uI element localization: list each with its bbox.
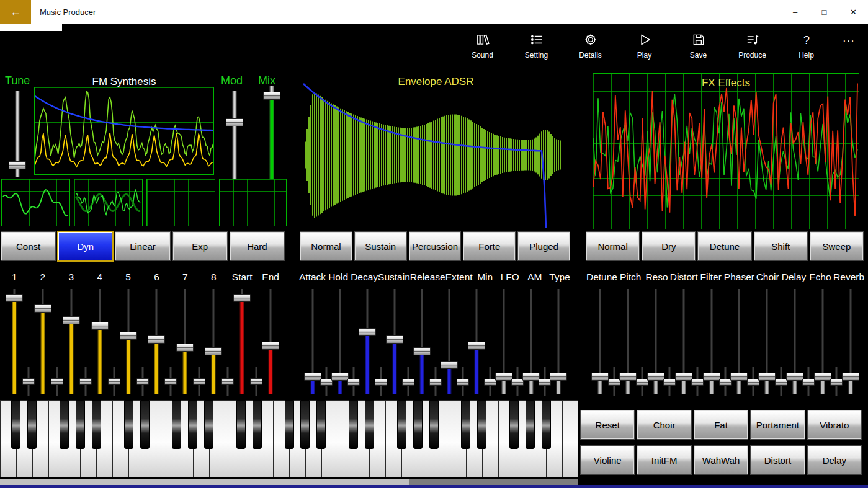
fx-slider-reverb[interactable] (841, 289, 861, 394)
back-button[interactable]: ← (0, 0, 31, 24)
adsr-slider-col (436, 289, 463, 396)
slider-thumb[interactable] (842, 373, 859, 381)
fx-mode-shift-button[interactable]: Shift (754, 232, 807, 260)
adsr-slider-type[interactable] (548, 289, 568, 394)
black-key[interactable] (188, 400, 197, 449)
adsr-env-percussion-button[interactable]: Percussion (409, 232, 461, 260)
slider-thumb[interactable] (176, 344, 194, 352)
black-key[interactable] (11, 400, 20, 449)
maximize-button[interactable]: □ (810, 0, 839, 24)
mod-slider[interactable] (225, 91, 244, 181)
toolbar-help-button[interactable]: ?Help (779, 25, 833, 60)
black-key[interactable] (542, 400, 551, 449)
adsr-env-forte-button[interactable]: Forte (463, 232, 515, 260)
white-key[interactable] (562, 400, 578, 477)
minimize-button[interactable]: – (781, 0, 810, 24)
fx-mode-normal-button[interactable]: Normal (586, 232, 639, 260)
window-controls: – □ ✕ (781, 0, 868, 24)
black-key[interactable] (124, 400, 133, 449)
black-key[interactable] (204, 400, 213, 449)
black-key[interactable] (285, 400, 294, 449)
preset-choir-button[interactable]: Choir (637, 410, 691, 439)
adsr-env-normal-button[interactable]: Normal (300, 232, 352, 260)
fm-slider-end[interactable] (261, 289, 280, 394)
toolbar-item-label: Help (799, 51, 814, 60)
black-key[interactable] (140, 400, 150, 449)
slider-thumb[interactable] (262, 342, 279, 350)
fm-mode-linear-button[interactable]: Linear (115, 232, 169, 260)
slider-thumb[interactable] (413, 347, 431, 355)
black-key[interactable] (397, 400, 406, 449)
slider-thumb[interactable] (9, 161, 26, 169)
preset-violine-button[interactable]: Violine (581, 446, 634, 474)
fm-mode-dyn-button[interactable]: Dyn (58, 232, 112, 260)
black-key[interactable] (413, 400, 423, 449)
black-key[interactable] (76, 400, 85, 449)
fx-mode-detune-button[interactable]: Detune (698, 232, 751, 260)
black-key[interactable] (316, 400, 326, 449)
black-key[interactable] (92, 400, 101, 449)
black-key[interactable] (172, 400, 181, 449)
black-key[interactable] (300, 400, 310, 449)
preset-reset-button[interactable]: Reset (581, 410, 634, 439)
preset-portament-button[interactable]: Portament (751, 410, 804, 439)
toolbar-produce-button[interactable]: Produce (725, 25, 779, 60)
toolbar-play-button[interactable]: Play (617, 25, 671, 60)
black-key[interactable] (461, 400, 470, 449)
slider-thumb[interactable] (148, 335, 165, 344)
fm-mode-const-button[interactable]: Const (1, 232, 55, 260)
black-key[interactable] (477, 400, 486, 449)
slider-thumb[interactable] (550, 373, 567, 381)
fm-mode-hard-button[interactable]: Hard (230, 232, 284, 260)
black-key[interactable] (526, 400, 535, 449)
fx-slider-col (697, 289, 725, 396)
preset-wahwah-button[interactable]: WahWah (694, 446, 748, 474)
black-key[interactable] (253, 400, 262, 449)
toolbar-items: SoundSettingDetailsPlaySaveProduce?Help (455, 25, 833, 60)
slider-thumb[interactable] (359, 328, 376, 336)
fm-label-3: 3 (57, 272, 86, 283)
preset-delay-button[interactable]: Delay (808, 446, 861, 474)
black-key[interactable] (27, 400, 37, 449)
adsr-env-buttons: NormalSustainPercussionFortePluged (300, 232, 570, 260)
fx-label-delay: Delay (781, 272, 807, 283)
keyboard-scrollbar-thumb[interactable] (0, 479, 409, 485)
black-key[interactable] (236, 400, 246, 449)
fx-mode-sweep-button[interactable]: Sweep (810, 232, 863, 260)
tune-slider[interactable] (7, 91, 27, 177)
black-key[interactable] (509, 400, 519, 449)
toolbar-sound-button[interactable]: Sound (455, 25, 509, 60)
toolbar-details-button[interactable]: Details (563, 25, 617, 60)
preset-vibrato-button[interactable]: Vibrato (808, 410, 861, 439)
mix-slider[interactable] (262, 86, 282, 181)
slider-thumb[interactable] (34, 304, 51, 313)
toolbar-save-button[interactable]: Save (671, 25, 725, 60)
slider-thumb[interactable] (386, 335, 403, 344)
slider-thumb[interactable] (468, 342, 485, 350)
preset-distort-button[interactable]: Distort (751, 446, 804, 474)
slider-thumb[interactable] (63, 316, 80, 324)
keyboard-scrollbar[interactable] (0, 479, 578, 485)
black-key[interactable] (60, 400, 69, 449)
adsr-env-sustain-button[interactable]: Sustain (355, 232, 406, 260)
toolbar-setting-button[interactable]: Setting (509, 25, 563, 60)
fm-mode-exp-button[interactable]: Exp (173, 232, 227, 260)
slider-thumb[interactable] (226, 118, 243, 126)
slider-thumb[interactable] (6, 294, 23, 302)
black-key[interactable] (429, 400, 439, 449)
slider-thumb[interactable] (120, 332, 137, 340)
slider-thumb[interactable] (233, 294, 251, 302)
fx-label-reverb: Reverb (833, 272, 864, 283)
adsr-env-pluged-button[interactable]: Pluged (518, 232, 570, 260)
more-button[interactable]: ··· (833, 25, 864, 47)
slider-thumb[interactable] (91, 322, 109, 330)
black-key[interactable] (349, 400, 358, 449)
slider-thumb[interactable] (205, 347, 222, 355)
preset-fat-button[interactable]: Fat (694, 410, 748, 439)
black-key[interactable] (365, 400, 374, 449)
fx-mode-dry-button[interactable]: Dry (642, 232, 695, 260)
close-button[interactable]: ✕ (839, 0, 868, 24)
slider-fill (365, 332, 370, 394)
preset-initfm-button[interactable]: InitFM (637, 446, 691, 474)
slider-thumb[interactable] (263, 92, 280, 100)
